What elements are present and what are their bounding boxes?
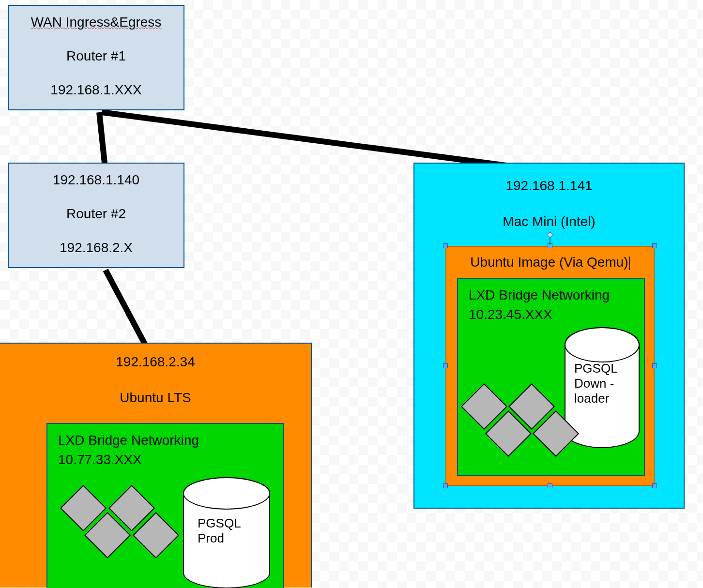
selection-handle-icon[interactable] xyxy=(652,483,657,488)
router1-title: WAN Ingress&Egress xyxy=(9,15,183,30)
router2-subnet: 192.168.2.X xyxy=(9,240,183,256)
ubuntu-lxd-title: LXD Bridge Networking xyxy=(58,433,272,448)
macmini-lxd-title: LXD Bridge Networking xyxy=(469,287,633,303)
selection-handle-icon[interactable] xyxy=(548,232,552,237)
selection-handle-icon[interactable] xyxy=(548,483,552,488)
database-label: PGSQL Down - loader xyxy=(574,361,627,407)
ubuntu-lxd-subnet: 10.77.33.XXX xyxy=(58,452,272,467)
router2-name: Router #2 xyxy=(9,206,183,222)
connector-router1-router2 xyxy=(96,112,108,168)
macmini-lxd-subnet: 10.23.45.XXX xyxy=(469,307,633,322)
qemu-label: Ubuntu Image (Via Qemu) xyxy=(446,255,654,270)
router1-subnet: 192.168.1.XXX xyxy=(9,82,183,98)
ubuntu-ip: 192.168.2.34 xyxy=(0,354,311,370)
selection-handle-icon[interactable] xyxy=(548,243,552,248)
router1-name: Router #1 xyxy=(9,48,183,64)
macmini-name: Mac Mini (Intel) xyxy=(414,214,684,229)
ubuntu-os: Ubuntu LTS xyxy=(0,390,311,406)
selection-handle-icon[interactable] xyxy=(443,363,448,368)
qemu-box[interactable]: Ubuntu Image (Via Qemu) LXD Bridge Netwo… xyxy=(445,246,655,486)
router1-box: WAN Ingress&Egress Router #1 192.168.1.X… xyxy=(8,5,184,110)
macmini-box: 192.168.1.141 Mac Mini (Intel) Ubuntu Im… xyxy=(413,163,685,509)
router2-box: 192.168.1.140 Router #2 192.168.2.X xyxy=(8,163,184,268)
selection-handle-icon[interactable] xyxy=(443,483,448,488)
macmini-ip: 192.168.1.141 xyxy=(414,178,684,194)
ubuntu-box: 192.168.2.34 Ubuntu LTS LXD Bridge Netwo… xyxy=(0,343,312,588)
selection-handle-icon[interactable] xyxy=(652,363,657,368)
ubuntu-lxd-box: LXD Bridge Networking 10.77.33.XXX PGSQL… xyxy=(46,423,284,588)
selection-handle-icon[interactable] xyxy=(652,243,657,248)
database-label: PGSQL Prod xyxy=(198,516,260,546)
selection-handle-icon[interactable] xyxy=(443,243,448,248)
router2-ip: 192.168.1.140 xyxy=(9,172,183,188)
macmini-lxd-box: LXD Bridge Networking 10.23.45.XXX PGSQL… xyxy=(457,278,645,476)
